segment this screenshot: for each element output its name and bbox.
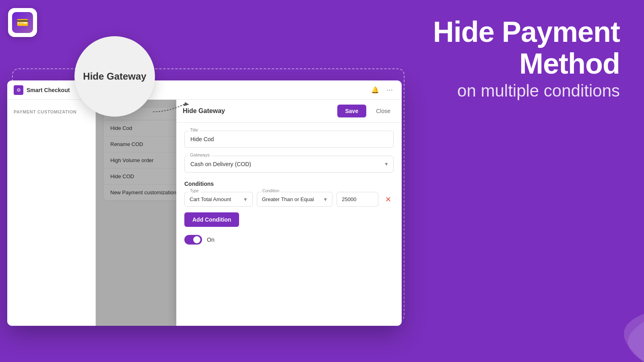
title-form-group: Title <box>184 131 394 148</box>
sidebar: Payment Customization <box>7 100 96 326</box>
main-content: Title Type Hide Cod hide Rename COD rena… <box>96 100 402 326</box>
app-logo: 💳 <box>8 8 37 37</box>
hero-title: Hide Payment Method <box>386 16 620 80</box>
modal-header: Hide Gateway Save Close <box>176 100 402 123</box>
hero-subtitle: on multiple conditions <box>386 81 620 101</box>
logo-symbol: 💳 <box>17 17 29 28</box>
svg-marker-0 <box>184 102 189 106</box>
condition-condition-field: Condition Greater Than or Equal Less Tha… <box>257 192 333 207</box>
connector-arrow <box>153 100 189 116</box>
callout-text: Hide Gateway <box>83 71 146 82</box>
toggle-label: On <box>207 237 215 243</box>
close-button[interactable]: Close <box>371 105 395 117</box>
toggle-thumb <box>193 236 200 243</box>
condition-row: Type Cart Total Amount Cart Item Count C… <box>184 192 394 207</box>
conditions-section: Conditions Type Cart Total Amount Cart I… <box>184 181 394 227</box>
add-condition-button[interactable]: Add Condition <box>184 212 239 227</box>
gateways-form-group: Gateways Cash on Delivery (COD) Credit C… <box>184 156 394 173</box>
toggle-row: On <box>184 235 394 245</box>
status-toggle[interactable] <box>184 235 202 245</box>
gateways-select[interactable]: Cash on Delivery (COD) Credit Card PayPa… <box>184 156 394 173</box>
condition-type-field: Type Cart Total Amount Cart Item Count C… <box>184 192 253 207</box>
gateways-select-wrapper: Cash on Delivery (COD) Credit Card PayPa… <box>184 156 394 173</box>
condition-type-label: Type <box>188 189 200 193</box>
app-window: ⚙ Smart Checkout 🔔 ⋯ Payment Customizati… <box>7 80 402 326</box>
more-options-icon[interactable]: ⋯ <box>384 84 395 96</box>
modal-overlay: Hide Gateway Save Close Title Gateways <box>96 100 402 326</box>
hero-section: Hide Payment Method on multiple conditio… <box>386 0 644 101</box>
condition-select-wrapper: Greater Than or Equal Less Than or Equal… <box>257 192 333 207</box>
condition-condition-label: Condition <box>261 189 281 193</box>
app-header-title: Smart Checkout <box>27 87 70 93</box>
type-select-wrapper: Cart Total Amount Cart Item Count Custom… <box>184 192 253 207</box>
condition-value-field <box>336 192 378 207</box>
title-label: Title <box>188 128 200 132</box>
modal-panel: Hide Gateway Save Close Title Gateways <box>176 100 402 326</box>
app-body: Payment Customization Title Type Hide Co… <box>7 100 402 326</box>
save-button[interactable]: Save <box>337 105 367 117</box>
app-header: ⚙ Smart Checkout 🔔 ⋯ <box>7 80 402 100</box>
wave-decoration <box>523 282 644 362</box>
app-logo-icon: 💳 <box>12 12 33 33</box>
modal-title: Hide Gateway <box>183 107 332 115</box>
app-icon-symbol: ⚙ <box>17 87 21 93</box>
callout-circle: Hide Gateway <box>74 36 155 117</box>
condition-type-select[interactable]: Cart Total Amount Cart Item Count Custom… <box>184 192 253 207</box>
sidebar-section-title: Payment Customization <box>7 106 95 116</box>
header-actions: 🔔 ⋯ <box>369 84 395 96</box>
condition-condition-select[interactable]: Greater Than or Equal Less Than or Equal… <box>257 192 333 207</box>
delete-condition-button[interactable]: ✕ <box>382 194 394 205</box>
notification-icon[interactable]: 🔔 <box>369 84 381 96</box>
gateways-label: Gateways <box>188 152 211 157</box>
conditions-title: Conditions <box>184 181 394 187</box>
app-header-icon: ⚙ <box>14 85 23 95</box>
title-input[interactable] <box>184 131 394 148</box>
toggle-track <box>184 235 202 245</box>
condition-value-input[interactable] <box>336 192 378 207</box>
modal-body: Title Gateways Cash on Delivery (COD) Cr… <box>176 123 402 326</box>
